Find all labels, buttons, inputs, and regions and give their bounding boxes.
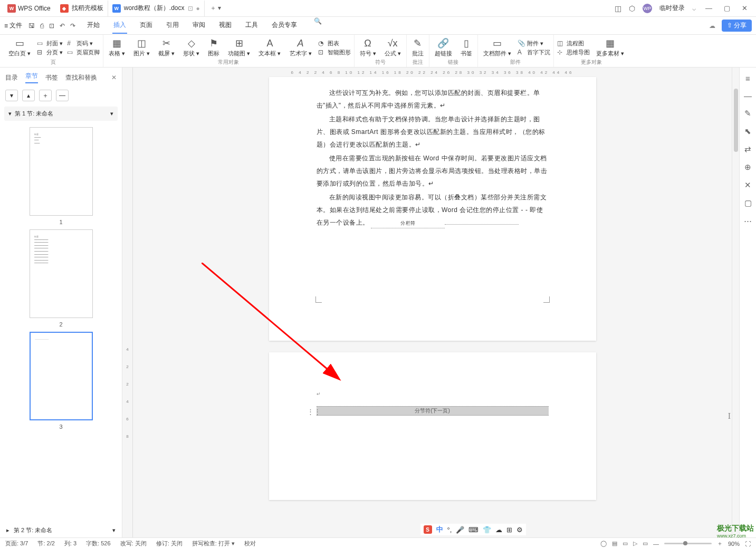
docs-icon[interactable]: ▢ — [744, 198, 752, 208]
status-chars[interactable]: 字数: 526 — [86, 540, 110, 547]
status-spell[interactable]: 拼写检查: 打开 ▾ — [192, 540, 235, 547]
header-footer-button[interactable]: ▭页眉页脚 — [67, 49, 100, 56]
collapse-icon[interactable]: ≡ — [745, 74, 750, 83]
status-proof[interactable]: 校对 — [244, 540, 256, 547]
pen-icon[interactable]: ✎ — [744, 109, 751, 118]
ime-lang[interactable]: 中 — [436, 525, 443, 534]
ime-skin-icon[interactable]: 👕 — [483, 526, 491, 534]
ime-grid-icon[interactable]: ⊞ — [506, 526, 512, 534]
more-assets-button[interactable]: ▦更多素材 ▾ — [594, 37, 626, 59]
chart-button[interactable]: ◔图表 — [318, 40, 351, 47]
page-number-button[interactable]: #页码 ▾ — [67, 40, 100, 47]
ime-mic-icon[interactable]: 🎤 — [456, 526, 464, 534]
picture-button[interactable]: ◫图片 ▾ — [131, 37, 152, 59]
page-thumb-1[interactable]: 标题━━━━━━━━━━━━━━━ — [30, 127, 93, 216]
menu-page[interactable]: 页面 — [139, 17, 154, 34]
menu-insert[interactable]: 插入 — [112, 17, 127, 34]
document-scroll[interactable]: 6 4 2 2 4 6 8 10 12 14 16 18 20 22 24 26… — [133, 68, 732, 537]
view-read-icon[interactable]: ▷ — [633, 540, 637, 547]
cloud-icon[interactable]: ☁ — [709, 22, 715, 30]
nav-add-button[interactable]: ＋ — [39, 90, 52, 101]
tab-document[interactable]: W word教程（新）.docx ⊡ ● — [108, 1, 205, 16]
dropcap-button[interactable]: A首字下沉 — [518, 49, 550, 56]
select-icon[interactable]: ⬉ — [744, 127, 751, 136]
smartart-button[interactable]: ⊡智能图形 — [318, 49, 351, 56]
comment-button[interactable]: ✎批注 — [410, 37, 426, 59]
textbox-button[interactable]: A文本框 ▾ — [256, 37, 283, 59]
menu-member[interactable]: 会员专享 — [271, 17, 298, 34]
menu-start[interactable]: 开始 — [86, 17, 101, 34]
screenshot-button[interactable]: ✂截屏 ▾ — [156, 37, 177, 59]
equation-button[interactable]: √x公式 ▾ — [382, 37, 403, 59]
ime-keyboard-icon[interactable]: ⌨ — [468, 526, 479, 534]
minimize-button[interactable]: — — [703, 4, 714, 12]
undo-icon[interactable]: ↶ — [60, 22, 65, 30]
close-button[interactable]: ✕ — [740, 4, 750, 12]
section-1-header[interactable]: ▾ 第 1 节: 未命名 ▾ — [4, 107, 118, 121]
login-chevron-icon[interactable]: ⌵ — [692, 5, 696, 12]
blank-page-button[interactable]: ▭空白页 ▾ — [6, 37, 33, 59]
status-col[interactable]: 列: 3 — [64, 540, 76, 547]
status-section[interactable]: 节: 2/2 — [37, 540, 54, 547]
hyperlink-button[interactable]: 🔗超链接 — [433, 37, 454, 59]
docparts-button[interactable]: ▭文档部件 ▾ — [481, 37, 513, 59]
nav-tab-find[interactable]: 查找和替换 — [65, 73, 97, 82]
globe-icon[interactable]: ⊕ — [744, 162, 751, 172]
nav-dropdown-button[interactable]: ▾ — [5, 90, 18, 101]
panel-icon[interactable]: ◫ — [615, 4, 621, 13]
redo-icon[interactable]: ↷ — [70, 22, 75, 30]
status-rewrite[interactable]: 改写: 关闭 — [120, 540, 147, 547]
page-break-button[interactable]: ⊟分页 ▾ — [37, 49, 63, 56]
horizontal-ruler[interactable]: 6 4 2 2 4 6 8 10 12 14 16 18 20 22 24 26… — [133, 68, 732, 77]
view-page-icon[interactable]: ▤ — [612, 540, 617, 547]
icon-button[interactable]: ⚑图标 — [206, 37, 222, 59]
minus-icon[interactable]: — — [744, 91, 752, 100]
menu-tools[interactable]: 工具 — [244, 17, 259, 34]
section-2-header[interactable]: ▸ 第 2 节: 未命名 ▾ — [0, 523, 122, 537]
nav-tab-toc[interactable]: 目录 — [5, 73, 18, 82]
settings-icon[interactable]: ⇄ — [744, 145, 751, 154]
wordart-button[interactable]: A艺术字 ▾ — [288, 37, 314, 59]
search-icon[interactable]: 🔍 — [314, 17, 322, 34]
ime-gear-icon[interactable]: ⚙ — [516, 526, 523, 534]
table-button[interactable]: ▦表格 ▾ — [107, 37, 127, 59]
status-revision[interactable]: 修订: 关闭 — [156, 540, 183, 547]
mindmap-button[interactable]: ⊹思维导图 — [557, 49, 590, 56]
document-page-2[interactable]: 这些设计可互为补充。例如，您可以添加匹配的封面、页眉和提要栏。单击"插入"，然后… — [269, 77, 596, 341]
vertical-scrollbar[interactable] — [732, 68, 739, 537]
flowchart-button[interactable]: ◫流程图 — [557, 40, 590, 47]
share-button[interactable]: ⇧ 分享 — [722, 20, 752, 32]
attachment-button[interactable]: 📎附件 ▾ — [518, 40, 550, 47]
tools-icon[interactable]: ✕ — [744, 180, 751, 190]
feature-chart-button[interactable]: ⊞功能图 ▾ — [226, 37, 252, 59]
zoom-in-icon[interactable]: ＋ — [717, 540, 723, 547]
save-icon[interactable]: 🖫 — [28, 22, 35, 30]
document-page-3[interactable]: ↵ ⋮⋮ 分节符(下一页) — [269, 352, 596, 500]
zoom-out-icon[interactable]: — — [653, 541, 659, 547]
view-outline-icon[interactable]: ▭ — [623, 540, 628, 547]
cover-button[interactable]: ▭封面 ▾ — [37, 40, 63, 47]
menu-review[interactable]: 审阅 — [192, 17, 206, 34]
section-break[interactable]: ⋮⋮ 分节符(下一页) — [317, 406, 549, 416]
zoom-value[interactable]: 90% — [728, 541, 740, 547]
zoom-slider[interactable] — [664, 543, 712, 544]
login-label[interactable]: 临时登录 — [659, 4, 685, 13]
nav-close-icon[interactable]: ✕ — [111, 74, 117, 81]
page-thumb-3[interactable]: ┄┄┄┄┄┄┄┄┄┄┄┄┄ — [30, 332, 93, 420]
symbol-button[interactable]: Ω符号 ▾ — [358, 37, 378, 59]
circle-icon[interactable]: ◯ — [600, 540, 607, 547]
more-icon[interactable]: ⋯ — [744, 216, 752, 226]
nav-tab-bookmark[interactable]: 书签 — [45, 73, 58, 82]
drag-handle-icon[interactable]: ⋮⋮ — [307, 408, 321, 416]
new-tab-button[interactable]: ＋ ▾ — [205, 4, 226, 13]
ime-toolbar[interactable]: S 中 °, 🎤 ⌨ 👕 ☁ ⊞ ⚙ — [420, 524, 527, 535]
page-thumb-2[interactable]: 标题━━━━━━━━━━━━━━━━━━━━━━━━━━━━━━━━━━━━━━… — [30, 229, 93, 318]
box-icon[interactable]: ⬡ — [629, 4, 635, 13]
ime-cloud-icon[interactable]: ☁ — [495, 526, 502, 534]
menu-ref[interactable]: 引用 — [165, 17, 180, 34]
preview-icon[interactable]: ⊡ — [49, 22, 54, 30]
nav-up-button[interactable]: ▴ — [22, 90, 35, 101]
tab-close-icon[interactable]: ● — [196, 5, 200, 12]
menu-view[interactable]: 视图 — [218, 17, 233, 34]
vertical-ruler[interactable]: 422468 — [122, 68, 133, 537]
